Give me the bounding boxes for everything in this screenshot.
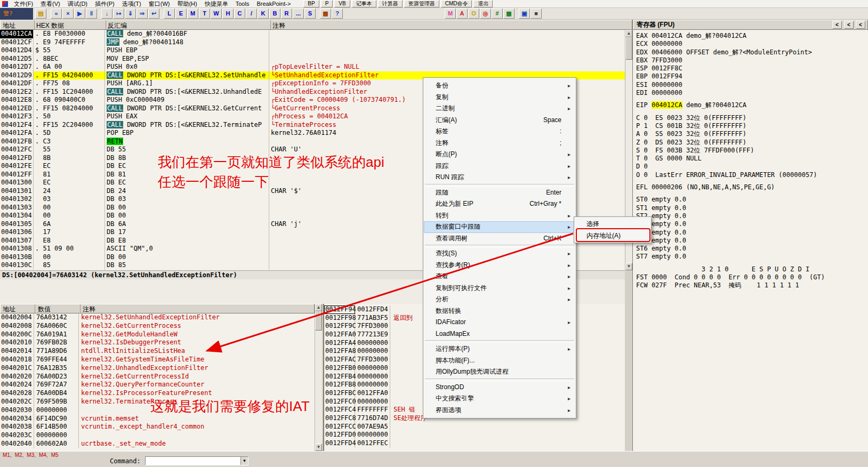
context-menu-item[interactable]: 备份▸ [424,80,575,92]
command-dropdown-icon[interactable]: ▼ [240,457,248,465]
executables-window-button[interactable]: E [175,9,187,19]
register-line[interactable]: FST 0000 Cond 0 0 0 0 Err 0 0 0 0 0 0 0 … [636,273,868,281]
scrollbar-thumb[interactable] [315,311,322,331]
memory-tab[interactable]: M3, [27,452,36,458]
menubar-plugin-button[interactable]: 记事本 [352,0,376,7]
col-disasm[interactable]: 反汇编 [108,21,127,30]
context-menu-item[interactable]: 复制▸ [424,92,575,103]
dump-row[interactable]: 0040200C76A019A1kernel32.GetModuleHandle… [0,331,315,339]
scrollbar-thumb[interactable] [625,37,632,60]
registers-nav-button[interactable]: < [844,21,854,29]
log-window-button[interactable]: L [164,9,175,19]
dump-row[interactable]: 00402014771A89D6ntdll.RtlInitializeSList… [0,347,315,356]
register-line[interactable]: A 0 SS 0023 32位 0(FFFFFFFF) [636,130,868,138]
cpu-window-button[interactable]: C [234,9,245,19]
context-menu-item[interactable]: 二进制▸ [424,103,575,115]
call-stack-window-button[interactable]: K [258,9,269,19]
close-button[interactable]: × [62,9,74,19]
scroll-up-icon[interactable]: ▲ [625,30,632,37]
menubar-item[interactable]: 快捷菜单 [201,0,232,8]
context-menu-item[interactable]: 查看调用树Ctrl+K [424,233,575,245]
register-line[interactable]: ST0 empty 0.0 [636,196,868,204]
command-input[interactable] [146,457,240,465]
disasm-row[interactable]: 004012D7. 6A 00PUSH 0x0┌pTopLevelFilter … [0,63,625,71]
run-button[interactable]: ▶ [74,9,85,19]
context-menu-item[interactable]: 汇编(A)Space [424,115,575,126]
context-menu-item[interactable]: 中文搜索引擎▸ [424,393,575,405]
scroll-up-icon[interactable]: ▲ [315,304,322,311]
register-line[interactable]: T 0 GS 0000 NULL [636,155,868,163]
register-line[interactable]: EDX 00406000 OFFSET demo_解?<ModuleEntryP… [636,49,868,57]
register-line[interactable]: ST1 empty 0.0 [636,204,868,212]
register-line[interactable]: EAX 004012CA demo_解?004012CA [636,32,868,40]
stack-row[interactable]: 0012FFCC007AE9A5 [324,423,625,431]
plugin-m-button[interactable]: M [445,9,456,19]
context-menu-item[interactable]: 跟随Enter [424,187,575,199]
register-line[interactable]: ST2 empty 0.0 [636,212,868,220]
menubar-plugin-button[interactable]: 计算器 [378,0,403,7]
dump-row[interactable]: 00402010769FB02Bkernel32.IsDebuggerPrese… [0,339,315,347]
plugin-misc-button[interactable]: ■ [531,9,542,19]
col-address[interactable]: 地址 [3,305,15,314]
dump-row[interactable]: 0040201C76A12B35kernel32.UnhandledExcept… [0,364,315,373]
scroll-down-icon[interactable]: ▼ [315,444,322,451]
context-menu-item[interactable]: 标签: [424,126,575,138]
plugin-grid-button[interactable]: ▦ [503,9,515,19]
registers-nav-button[interactable]: < [856,21,865,29]
register-line[interactable]: P 1 CS 001B 32位 0(FFFFFFFF) [636,122,868,130]
memory-tab[interactable]: M2, [15,452,24,458]
col-address[interactable]: 地址 [3,21,15,30]
dump-row[interactable]: 0040200876A0060Ckernel32.GetCurrentProce… [0,322,315,331]
plugin-scope-button[interactable]: ◎ [480,9,491,19]
menubar-item[interactable]: 窗口(W) [145,0,174,8]
context-menu-item[interactable]: IDAFicator▸ [424,317,575,328]
menubar-item[interactable]: BreakPoint-> [253,0,294,8]
step-over-button[interactable]: ↦ [113,9,124,19]
disasm-row[interactable]: 004012CA. E8 F0030000CALL demo_解?004016B… [0,30,625,38]
register-line[interactable]: EFL 00000206 (NO,NB,NE,A,NS,PE,GE,G) [636,183,868,191]
context-menu-item[interactable]: 脚本功能(F)... [424,355,575,367]
menubar-plugin-button[interactable]: BP [303,0,319,7]
context-menu-item[interactable]: 跟踪▸ [424,160,575,172]
context-menu-item[interactable]: 注释; [424,138,575,149]
dump-row[interactable]: 004020386F14B500vcruntim._except_handler… [0,423,315,431]
context-menu-item[interactable]: 数据窗口中跟随▸ [424,221,575,233]
windows-window-button[interactable]: W [211,9,222,19]
context-menu-item[interactable]: 用OllyDump脱壳调试进程 [424,366,575,378]
execute-till-return-button[interactable]: ↩ [148,9,159,19]
menubar-plugin-button[interactable]: 退出 [473,0,493,7]
context-menu-item[interactable]: 查找(S)▸ [424,248,575,260]
register-line[interactable]: C 0 ES 0023 32位 0(FFFFFFFF) [636,114,868,122]
help-button[interactable]: ? [332,9,343,19]
context-menu-item[interactable]: 转到▸ [424,210,575,222]
scroll-down-icon[interactable]: ▼ [625,263,632,270]
context-menu-item[interactable]: RUN 跟踪▸ [424,172,575,183]
register-line[interactable]: ST7 empty 0.0 [636,253,868,261]
context-menu-item[interactable]: 查找参考(R)▸ [424,260,575,271]
open-file-button[interactable]: ▤ [35,9,46,19]
menubar-plugin-button[interactable]: VB [334,0,350,7]
submenu-item[interactable]: 选择 [575,218,650,230]
menubar-item[interactable]: 插件(P) [91,0,118,8]
register-line[interactable]: D 0 [636,163,868,171]
register-line[interactable]: 3 2 1 0 E S P U O Z D I [636,265,868,273]
context-menu-item[interactable]: 数据转换 [424,305,575,317]
register-line[interactable]: ST3 empty 0.0 [636,220,868,228]
disasm-row[interactable]: 004012CF. E9 74FEFFFFJMP demo_解?00401148 [0,38,625,47]
patches-window-button[interactable]: / [246,9,257,19]
register-line[interactable]: EBX 7FFD3000 [636,57,868,65]
context-menu-item[interactable]: 此处为新 EIPCtrl+Gray * [424,198,575,210]
register-line[interactable]: ECX 00000000 [636,40,868,48]
restart-button[interactable]: « [51,9,62,19]
context-menu-item[interactable]: 复制到可执行文件▸ [424,283,575,294]
references-window-button[interactable]: R [281,9,292,19]
handles-window-button[interactable]: H [222,9,234,19]
dump-row[interactable]: 0040202076A00D23kernel32.GetCurrentProce… [0,373,315,381]
col-value[interactable]: 数值 [38,305,51,314]
window-layout-button[interactable]: ▣ [519,9,530,19]
context-menu-item[interactable]: 查看▸ [424,271,575,283]
dump-row[interactable]: 00402040600602A0ucrtbase._set_new_mode [0,440,315,448]
breakpoints-window-button[interactable]: B [269,9,280,19]
register-line[interactable]: ST6 empty 0.0 [636,245,868,253]
col-hexdata[interactable]: HEX 数据 [36,21,64,30]
